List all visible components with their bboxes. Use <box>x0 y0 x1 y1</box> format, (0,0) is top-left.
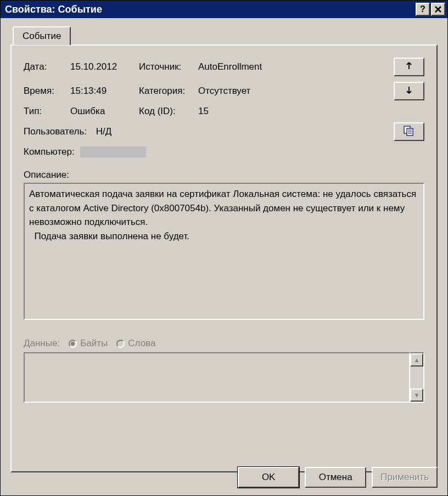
help-button[interactable]: ? <box>416 3 430 16</box>
label-type: Тип: <box>24 106 70 117</box>
description-text[interactable] <box>24 183 424 320</box>
label-source: Источник: <box>139 61 198 72</box>
ok-button[interactable]: OK <box>238 467 299 488</box>
label-time: Время: <box>24 86 70 97</box>
radio-words-label: Слова <box>128 338 155 349</box>
data-scrollbar: ▲ ▼ <box>410 352 424 403</box>
label-computer: Компьютер: <box>24 146 75 157</box>
window-title: Свойства: Событие <box>5 4 102 15</box>
label-date: Дата: <box>24 61 70 72</box>
data-format-row: Данные: Байты Слова <box>24 338 424 349</box>
label-code: Код (ID): <box>139 106 198 117</box>
copy-icon <box>403 125 415 139</box>
value-computer-redacted <box>80 146 146 157</box>
copy-button[interactable] <box>394 122 424 141</box>
radio-bytes-label: Байты <box>80 338 108 349</box>
event-properties-window: Свойства: Событие ? Событие Дата: 15.10.… <box>0 0 448 496</box>
data-box[interactable] <box>24 352 410 403</box>
close-button[interactable] <box>431 3 445 16</box>
label-user: Пользователь: <box>24 126 87 137</box>
next-event-button[interactable] <box>394 82 424 100</box>
scroll-up-button[interactable]: ▲ <box>410 353 423 367</box>
radio-words: Слова <box>116 338 155 349</box>
tab-event[interactable]: Событие <box>13 26 71 45</box>
radio-words-dot <box>116 340 125 348</box>
value-time: 15:13:49 <box>70 86 139 97</box>
arrow-down-icon <box>405 86 413 97</box>
title-bar: Свойства: Событие ? <box>1 1 447 18</box>
value-date: 15.10.2012 <box>70 61 139 72</box>
value-type: Ошибка <box>70 106 139 117</box>
apply-button: Применить <box>372 467 438 488</box>
tab-panel-event: Дата: 15.10.2012 Источник: AutoEnrollmen… <box>10 44 438 472</box>
label-description: Описание: <box>24 170 424 181</box>
triangle-down-icon: ▼ <box>414 392 420 398</box>
arrow-up-icon <box>405 61 413 73</box>
label-data: Данные: <box>24 338 60 349</box>
value-category: Отсутствует <box>198 86 386 97</box>
radio-bytes-dot <box>69 340 77 348</box>
value-source: AutoEnrollment <box>198 61 386 72</box>
cancel-button[interactable]: Отмена <box>305 467 366 488</box>
triangle-up-icon: ▲ <box>414 357 420 363</box>
scroll-down-button[interactable]: ▼ <box>410 388 423 402</box>
value-code: 15 <box>198 106 386 117</box>
label-category: Категория: <box>139 86 198 97</box>
prev-event-button[interactable] <box>394 58 424 76</box>
radio-bytes: Байты <box>69 338 108 349</box>
value-user: Н/Д <box>96 126 112 137</box>
